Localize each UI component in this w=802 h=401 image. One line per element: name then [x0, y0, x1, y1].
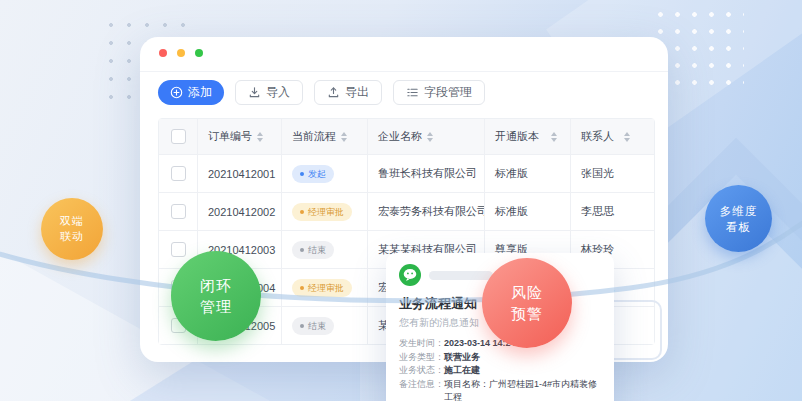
row-checkbox[interactable] [171, 166, 186, 181]
import-icon [248, 86, 261, 99]
flow-status-badge: 发起 [292, 165, 334, 183]
flow-status-badge: 经理审批 [292, 203, 352, 221]
status-dot-icon [300, 286, 304, 290]
notification-fields: 发生时间： 2023-03-14 14:24 业务类型： 联营业务 业务状态： … [399, 337, 601, 401]
status-dot-icon [300, 172, 304, 176]
table-header-row: 订单编号 当前流程 企业名称 开通版本 联系人 [159, 119, 654, 155]
flow-cell: 结束 [282, 307, 368, 344]
status-dot-icon [300, 210, 304, 214]
version-cell: 标准版 [485, 193, 571, 230]
feature-badge-multidimensional-dashboard: 多维度 看板 [705, 185, 772, 252]
contact-cell: 张国光 [571, 155, 654, 192]
toolbar: 添加 导入 导出 字段管理 [158, 80, 485, 105]
header-company-name[interactable]: 企业名称 [368, 119, 485, 154]
feature-badge-dual-end-linkage: 双端 联动 [41, 198, 103, 260]
window-minimize-button[interactable] [177, 49, 185, 57]
version-cell: 标准版 [485, 155, 571, 192]
sender-placeholder-bar [429, 271, 493, 280]
select-all-checkbox[interactable] [171, 129, 186, 144]
header-contact[interactable]: 联系人 [571, 119, 654, 154]
company-cell: 鲁班长科技有限公司 [368, 155, 485, 192]
flow-cell: 经理审批 [282, 193, 368, 230]
feature-badge-closed-loop-management: 闭环 管理 [171, 251, 261, 341]
sort-icon [624, 132, 630, 142]
titlebar-divider [140, 71, 668, 72]
order-no-cell: 20210412002 [198, 193, 282, 230]
list-icon [406, 86, 419, 99]
marketing-scene: 添加 导入 导出 字段管理 订单编号 当前流程 企业名称 开通版本 [0, 0, 802, 401]
status-dot-icon [300, 324, 304, 328]
add-button-label: 添加 [188, 84, 212, 101]
field-management-button-label: 字段管理 [424, 84, 472, 101]
export-icon [327, 86, 340, 99]
remark-lines: 项目名称：广州碧桂园1-4#市内精装修工程 合同名称：广州碧桂园1-4#市内精装… [444, 378, 601, 401]
feature-badge-risk-warning: 风险 预警 [482, 258, 572, 348]
sort-icon [341, 132, 347, 142]
sort-icon [427, 132, 433, 142]
flow-status-badge: 结束 [292, 317, 334, 335]
sort-icon [551, 132, 557, 142]
field-row-status: 业务状态： 施工在建 [399, 364, 601, 378]
contact-cell: 李思思 [571, 193, 654, 230]
flow-cell: 发起 [282, 155, 368, 192]
status-dot-icon [300, 248, 304, 252]
flow-cell: 结束 [282, 231, 368, 268]
header-version[interactable]: 开通版本 [485, 119, 571, 154]
row-checkbox[interactable] [171, 204, 186, 219]
header-current-flow[interactable]: 当前流程 [282, 119, 368, 154]
order-no-cell: 20210412001 [198, 155, 282, 192]
company-cell: 宏泰劳务科技有限公司 [368, 193, 485, 230]
window-close-button[interactable] [159, 49, 167, 57]
sort-icon [257, 132, 263, 142]
import-button-label: 导入 [266, 84, 290, 101]
select-all-cell [159, 119, 198, 154]
window-zoom-button[interactable] [195, 49, 203, 57]
flow-status-badge: 经理审批 [292, 279, 352, 297]
table-row[interactable]: 20210412001 发起 鲁班长科技有限公司 标准版 张国光 [159, 155, 654, 193]
export-button-label: 导出 [345, 84, 369, 101]
import-button[interactable]: 导入 [235, 80, 303, 105]
flow-status-badge: 结束 [292, 241, 334, 259]
wechat-icon [399, 264, 421, 286]
row-checkbox[interactable] [171, 242, 186, 257]
add-button[interactable]: 添加 [158, 80, 224, 105]
export-button[interactable]: 导出 [314, 80, 382, 105]
row-select-cell [159, 155, 198, 192]
header-order-no[interactable]: 订单编号 [198, 119, 282, 154]
window-titlebar [159, 49, 203, 57]
row-select-cell [159, 193, 198, 230]
table-row[interactable]: 20210412002 经理审批 宏泰劳务科技有限公司 标准版 李思思 [159, 193, 654, 231]
field-management-button[interactable]: 字段管理 [393, 80, 485, 105]
plus-circle-icon [170, 86, 183, 99]
field-row-remark: 备注信息： 项目名称：广州碧桂园1-4#市内精装修工程 合同名称：广州碧桂园1-… [399, 378, 601, 401]
flow-cell: 经理审批 [282, 269, 368, 306]
field-row-type: 业务类型： 联营业务 [399, 351, 601, 365]
